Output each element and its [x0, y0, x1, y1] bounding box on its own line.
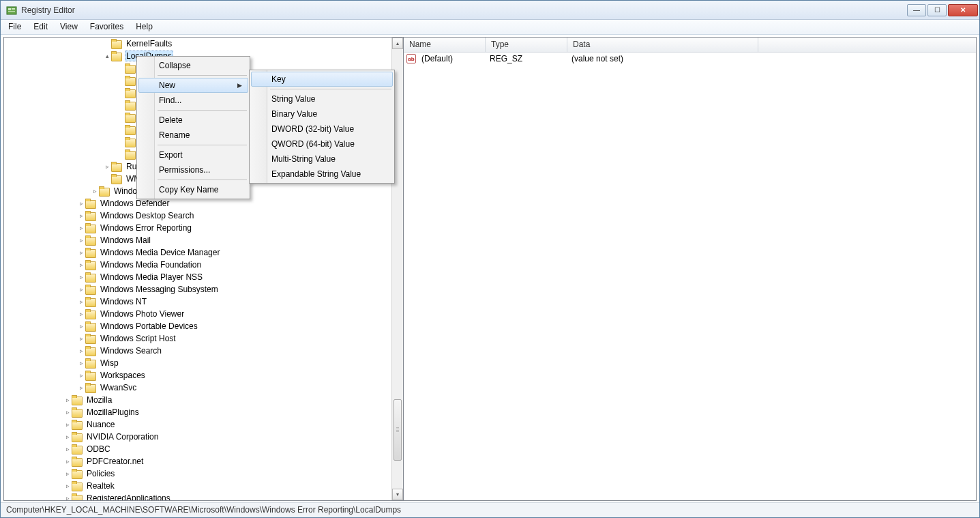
expander-icon[interactable]: ▹	[91, 188, 99, 195]
expander-icon[interactable]: ▹	[77, 212, 85, 219]
expander-icon[interactable]: ▹	[77, 225, 85, 231]
context-menu-item[interactable]: Delete	[138, 113, 248, 128]
expander-icon[interactable]: ▹	[77, 335, 85, 342]
expander-icon[interactable]: ▹	[77, 200, 85, 207]
close-button[interactable]: ✕	[948, 4, 978, 16]
context-menu-item[interactable]: Expandable String Value	[251, 167, 393, 182]
context-submenu-new[interactable]: KeyString ValueBinary ValueDWORD (32-bit…	[249, 70, 395, 184]
minimize-button[interactable]: —	[907, 4, 926, 16]
expander-icon[interactable]: ▹	[63, 483, 72, 489]
values-panel: Name Type Data ab(Default)REG_SZ(value n…	[403, 37, 977, 501]
context-menu-item[interactable]: Export	[138, 147, 248, 162]
col-data[interactable]: Data	[567, 38, 758, 52]
context-menu-item[interactable]: DWORD (32-bit) Value	[251, 121, 393, 136]
folder-icon	[125, 63, 136, 73]
col-type[interactable]: Type	[486, 38, 567, 52]
values-rows[interactable]: ab(Default)REG_SZ(value not set)	[404, 53, 976, 500]
menu-help[interactable]: Help	[130, 20, 159, 34]
maximize-button[interactable]: ☐	[927, 4, 947, 16]
tree-node[interactable]: ▹Windows Media Player NSS	[4, 271, 403, 283]
menu-file[interactable]: File	[2, 20, 27, 34]
tree-node[interactable]: ▹MozillaPlugins	[4, 406, 403, 418]
expander-icon[interactable]: ▹	[77, 384, 85, 391]
context-menu-item[interactable]: Binary Value	[251, 106, 393, 121]
expander-icon[interactable]: ▹	[63, 495, 72, 500]
statusbar: Computer\HKEY_LOCAL_MACHINE\SOFTWARE\Mic…	[1, 502, 979, 517]
tree-node[interactable]: ▹Windows Media Foundation	[4, 259, 403, 271]
tree-node[interactable]: ▹Nuance	[4, 418, 403, 431]
col-name[interactable]: Name	[404, 38, 486, 52]
tree-node[interactable]: ▹ODBC	[4, 443, 403, 455]
tree-node[interactable]: ▹Windows Desktop Search	[4, 210, 403, 222]
tree-node[interactable]: ▹PDFCreator.net	[4, 455, 403, 467]
tree-node-label: Workspaces	[99, 371, 147, 380]
tree-node[interactable]: ▹Mozilla	[4, 394, 403, 406]
context-menu-item[interactable]: String Value	[251, 91, 393, 106]
scroll-down-button[interactable]: ▾	[392, 489, 403, 500]
tree-node[interactable]: ▹Windows Search	[4, 345, 403, 357]
tree-node[interactable]: ▹WwanSvc	[4, 382, 403, 394]
values-header[interactable]: Name Type Data	[404, 38, 976, 53]
folder-icon	[111, 162, 122, 171]
expander-icon[interactable]: ▹	[63, 421, 72, 428]
menu-favorites[interactable]: Favorites	[84, 20, 130, 34]
svg-rect-0	[7, 7, 16, 14]
expander-icon[interactable]: ▹	[77, 298, 85, 305]
context-menu-item[interactable]: QWORD (64-bit) Value	[251, 136, 393, 152]
scroll-up-button[interactable]: ▴	[392, 38, 403, 49]
expander-icon[interactable]: ▹	[77, 372, 85, 379]
folder-icon	[125, 149, 136, 159]
expander-icon[interactable]: ▹	[63, 446, 72, 452]
folder-icon	[85, 211, 96, 220]
tree-node[interactable]: ▹Windows Error Reporting	[4, 222, 403, 234]
expander-icon[interactable]: ▹	[77, 261, 85, 268]
context-menu-item[interactable]: Copy Key Name	[138, 182, 248, 197]
menu-view[interactable]: View	[54, 20, 84, 34]
tree-node[interactable]: ▹Windows Media Device Manager	[4, 246, 403, 259]
context-menu-item[interactable]: Find...	[138, 93, 248, 108]
expander-icon[interactable]: ▹	[77, 249, 85, 256]
tree-node-label: Wisp	[99, 358, 120, 368]
tree-node[interactable]: ▹Windows Messaging Subsystem	[4, 283, 403, 296]
context-menu-item[interactable]: Rename	[138, 128, 248, 143]
tree-node[interactable]: ▹Policies	[4, 467, 403, 480]
tree-node[interactable]: ▹Wisp	[4, 357, 403, 369]
titlebar: Registry Editor — ☐ ✕	[1, 1, 979, 20]
expander-icon[interactable]: ▹	[63, 458, 72, 465]
context-menu-item[interactable]: New▶	[138, 78, 248, 93]
expander-icon[interactable]: ▹	[63, 409, 72, 416]
tree-node[interactable]: ▹Realtek	[4, 480, 403, 492]
context-menu-item[interactable]: Key	[251, 72, 393, 87]
expander-icon[interactable]: ▹	[77, 311, 85, 317]
context-menu[interactable]: CollapseNew▶Find...DeleteRenameExportPer…	[136, 56, 250, 199]
tree-node[interactable]: ▹Workspaces	[4, 369, 403, 382]
expander-icon[interactable]: ▹	[77, 274, 85, 280]
context-menu-item[interactable]: Collapse	[138, 58, 248, 73]
tree-node[interactable]: ▹RegisteredApplications	[4, 492, 403, 500]
expander-icon[interactable]: ▹	[77, 237, 85, 244]
context-menu-item[interactable]: Multi-String Value	[251, 152, 393, 167]
expander-icon[interactable]: ▹	[77, 286, 85, 293]
tree-node[interactable]: ▹Windows Mail	[4, 234, 403, 246]
expander-icon[interactable]: ▹	[63, 470, 72, 477]
scroll-thumb[interactable]	[394, 399, 402, 461]
menu-edit[interactable]: Edit	[27, 20, 54, 34]
tree-node[interactable]: KernelFaults	[4, 38, 403, 50]
expander-icon[interactable]: ▹	[63, 397, 72, 403]
tree-node[interactable]: ▹Windows NT	[4, 296, 403, 308]
tree-node[interactable]: ▹NVIDIA Corporation	[4, 431, 403, 443]
expander-icon[interactable]: ▹	[63, 433, 72, 440]
expander-icon[interactable]: ▹	[77, 360, 85, 366]
expander-icon[interactable]: ▹	[77, 347, 85, 354]
context-menu-item[interactable]: Permissions...	[138, 162, 248, 177]
tree-node[interactable]: ▹Windows Photo Viewer	[4, 308, 403, 320]
tree-node[interactable]: ▹Windows Portable Devices	[4, 320, 403, 332]
tree-node-label: Windows Script Host	[99, 334, 177, 343]
tree-node-label: Windows Defender	[99, 199, 170, 208]
value-row[interactable]: ab(Default)REG_SZ(value not set)	[404, 53, 976, 65]
folder-icon	[125, 88, 136, 98]
expander-icon[interactable]: ▹	[103, 163, 111, 170]
tree-node[interactable]: ▹Windows Script Host	[4, 332, 403, 345]
expander-icon[interactable]: ▹	[77, 323, 85, 330]
expander-icon[interactable]: ▴	[103, 53, 111, 59]
